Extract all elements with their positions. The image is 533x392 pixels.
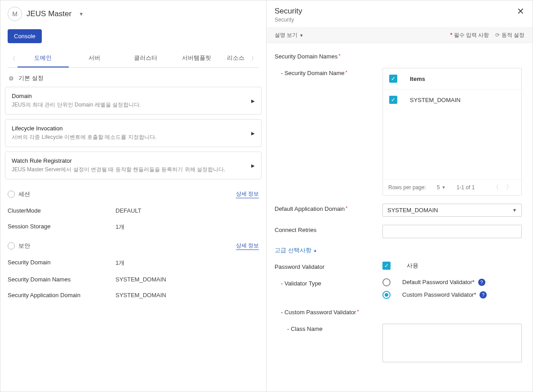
chevron-up-icon: ▲	[313, 248, 317, 253]
basic-settings-title: 기본 설정	[18, 74, 44, 82]
chevron-right-icon: ▶	[251, 98, 255, 103]
default-app-domain-select[interactable]: SYSTEM_DOMAIN ▼	[382, 204, 522, 217]
checkbox-row[interactable]: ✓	[389, 96, 397, 104]
page-range: 1-1 of 1	[457, 184, 475, 191]
tab-domain[interactable]: 도메인	[18, 49, 69, 67]
label-default-app-domain: Default Application Domain*	[275, 204, 382, 212]
security-detail-link[interactable]: 상세 정보	[236, 242, 259, 250]
kv-label: Security Domain Names	[8, 276, 115, 283]
kv-row: Session Storage 1개	[8, 218, 259, 236]
label-security-domain-names: Security Domain Names*	[275, 51, 382, 60]
advanced-toggle[interactable]: 고급 선택사항 ▲	[275, 246, 524, 254]
card-desc: JEUS Master Server에서 설정이 변경될 때 동작할 핸들러들을…	[12, 166, 251, 174]
kv-label: Security Domain	[8, 259, 115, 267]
card-desc: JEUS의 최대 관리 단위인 Domain 레벨을 설정합니다.	[12, 101, 251, 109]
use-label: 사용	[407, 262, 418, 270]
view-toggle-label: 설명 보기	[275, 31, 298, 39]
view-toggle[interactable]: 설명 보기 ▼	[275, 31, 303, 39]
master-name: JEUS Master	[27, 9, 71, 18]
items-header-label: Items	[410, 76, 425, 82]
tab-server-template[interactable]: 서버템플릿	[171, 49, 222, 67]
kv-row: Security Domain Names SYSTEM_DOMAIN	[8, 272, 259, 287]
class-name-input[interactable]	[382, 324, 522, 362]
required-legend: * 필수 입력 사항	[450, 31, 489, 39]
label-class-name: - Class Name	[275, 324, 382, 332]
refresh-icon: ⟳	[495, 32, 500, 38]
kv-value: SYSTEM_DOMAIN	[115, 292, 166, 298]
label-validator-type: - Validator Type	[275, 278, 382, 287]
rows-per-page-label: Rows per page:	[388, 184, 426, 191]
shield-icon	[8, 242, 15, 249]
left-panel: M JEUS Master ▼ Console 〈 도메인 서버 클러스터 서버…	[0, 0, 266, 392]
kv-value: DEFAULT	[115, 207, 142, 214]
kv-value: 1개	[115, 259, 124, 267]
security-title: 보안	[18, 242, 30, 250]
label-connect-retries: Connect Retries	[275, 225, 382, 233]
page-next-icon[interactable]: 〉	[502, 183, 516, 192]
kv-row: Security Application Domain SYSTEM_DOMAI…	[8, 287, 259, 303]
help-icon[interactable]: ?	[480, 291, 487, 298]
tab-server[interactable]: 서버	[69, 49, 120, 67]
tab-cluster[interactable]: 클러스터	[120, 49, 171, 67]
select-value: SYSTEM_DOMAIN	[387, 207, 438, 214]
checkbox-all[interactable]: ✓	[389, 75, 397, 83]
kv-row: Security Domain 1개	[8, 254, 259, 272]
page-size-select[interactable]: 5 ▼	[437, 184, 446, 191]
page-prev-icon[interactable]: 〈	[489, 183, 502, 192]
items-cell: SYSTEM_DOMAIN	[410, 97, 461, 103]
radio-custom-validator[interactable]	[382, 291, 391, 299]
right-panel: Security Security ✕ 설명 보기 ▼ * 필수 입력 사항 ⟳…	[266, 0, 533, 392]
kv-label: ClusterMode	[8, 207, 115, 214]
tab-resource[interactable]: 리소스	[222, 49, 249, 67]
chevron-right-icon: ▶	[251, 163, 255, 168]
card-watch-rule[interactable]: Watch Rule Registrator JEUS Master Serve…	[5, 151, 262, 179]
radio-default-validator[interactable]	[382, 278, 391, 286]
connect-retries-input[interactable]	[382, 225, 522, 238]
label-password-validator: Password Validator	[275, 262, 382, 270]
card-title: Lifecycle Invocation	[12, 125, 251, 132]
kv-label: Session Storage	[8, 223, 115, 231]
card-lifecycle[interactable]: Lifecycle Invocation 서버의 각종 Lifecycle 이벤…	[5, 119, 262, 147]
use-checkbox[interactable]: ✓	[382, 262, 391, 270]
card-title: Domain	[12, 93, 251, 99]
radio-label: Default Password Validator* ?	[402, 279, 485, 286]
chevron-down-icon: ▼	[512, 208, 517, 213]
kv-value: 1개	[115, 223, 124, 231]
card-desc: 서버의 각종 Lifecycle 이벤트에 호출할 메소드를 지정합니다.	[12, 134, 251, 141]
panel-title: Security	[275, 7, 302, 16]
chevron-right-icon: ▶	[251, 131, 255, 136]
tabs-prev-icon[interactable]: 〈	[8, 55, 18, 62]
help-icon[interactable]: ?	[478, 279, 485, 286]
session-title: 세션	[18, 190, 30, 198]
console-button[interactable]: Console	[8, 29, 42, 43]
kv-value: SYSTEM_DOMAIN	[115, 276, 166, 283]
card-title: Watch Rule Registrator	[12, 157, 251, 164]
kv-row: ClusterMode DEFAULT	[8, 203, 259, 218]
card-domain[interactable]: Domain JEUS의 최대 관리 단위인 Domain 레벨을 설정합니다.…	[5, 87, 262, 115]
master-dropdown-icon[interactable]: ▼	[79, 11, 84, 17]
chevron-down-icon: ▼	[442, 185, 446, 190]
tabs: 도메인 서버 클러스터 서버템플릿 리소스	[18, 49, 249, 67]
table-row[interactable]: ✓ SYSTEM_DOMAIN	[383, 89, 521, 110]
session-detail-link[interactable]: 상세 정보	[236, 190, 259, 198]
close-icon[interactable]: ✕	[517, 7, 524, 16]
breadcrumb: Security	[275, 17, 302, 23]
label-security-domain-name: - Security Domain Name*	[275, 68, 382, 76]
radio-label: Custom Password Validator* ?	[402, 291, 487, 298]
chevron-down-icon: ▼	[299, 33, 303, 38]
items-table: ✓ Items ✓ SYSTEM_DOMAIN Rows per page:	[382, 68, 522, 196]
clock-icon	[8, 191, 15, 198]
tabs-next-icon[interactable]: 〉	[249, 55, 259, 62]
kv-label: Security Application Domain	[8, 292, 115, 298]
avatar[interactable]: M	[8, 7, 22, 21]
dynamic-legend: ⟳ 동적 설정	[495, 31, 524, 39]
gear-icon: ⚙	[8, 75, 15, 82]
label-custom-pw-validator: - Custom Password Validator*	[275, 307, 382, 316]
